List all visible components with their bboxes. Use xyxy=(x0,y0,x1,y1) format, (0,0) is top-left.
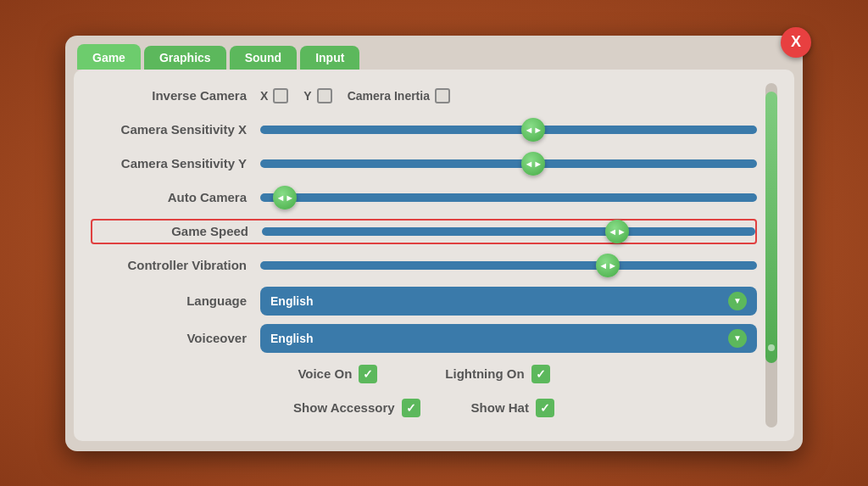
settings-window: X Game Graphics Sound Input Inverse Came… xyxy=(65,36,803,451)
voiceover-label: Voiceover xyxy=(91,331,260,345)
voice-on-checkbox[interactable]: ✓ xyxy=(359,365,377,383)
game-speed-label: Game Speed xyxy=(92,224,262,238)
slider-arrows-icon: ◄► xyxy=(598,260,617,271)
language-dropdown[interactable]: English ▼ xyxy=(260,287,757,316)
game-speed-slider[interactable]: ◄► xyxy=(262,226,755,237)
inverse-camera-x[interactable]: X xyxy=(260,88,288,103)
voice-on-label: Voice On xyxy=(298,366,352,381)
slider-arrows-icon: ◄► xyxy=(275,193,294,203)
tab-input[interactable]: Input xyxy=(300,46,359,70)
show-hat-item: Show Hat ✓ xyxy=(471,399,554,417)
inverse-camera-options: X Y Camera Inertia xyxy=(260,88,757,103)
slider-thumb[interactable]: ◄► xyxy=(605,220,629,243)
show-accessory-checkbox[interactable]: ✓ xyxy=(402,399,420,417)
auto-camera-slider[interactable]: ◄► xyxy=(260,192,757,204)
voiceover-value: English xyxy=(270,332,314,345)
inverse-camera-y-checkbox[interactable] xyxy=(317,88,332,103)
slider-thumb[interactable]: ◄► xyxy=(521,118,545,142)
main-content: Inverse Camera X Y Camera Inertia xyxy=(91,83,757,427)
language-label: Language xyxy=(91,293,260,308)
slider-track: ◄► xyxy=(260,193,757,202)
voiceover-dropdown[interactable]: English ▼ xyxy=(260,324,757,353)
camera-sensitivity-x-row: Camera Sensitivity X ◄► xyxy=(91,117,757,142)
dropdown-arrow-icon: ▼ xyxy=(728,292,747,310)
language-row: Language English ▼ xyxy=(91,287,757,316)
show-hat-checkbox[interactable]: ✓ xyxy=(536,399,554,417)
slider-thumb[interactable]: ◄► xyxy=(273,186,297,209)
slider-arrows-icon: ◄► xyxy=(524,125,542,135)
controller-vibration-slider[interactable]: ◄► xyxy=(260,260,757,271)
language-value: English xyxy=(270,294,314,308)
controller-vibration-row: Controller Vibration ◄► xyxy=(91,253,757,278)
tab-bar: Game Graphics Sound Input xyxy=(65,36,803,70)
camera-sensitivity-x-slider[interactable]: ◄► xyxy=(260,124,757,136)
show-accessory-item: Show Accessory ✓ xyxy=(293,399,420,417)
slider-thumb[interactable]: ◄► xyxy=(596,254,620,277)
camera-sensitivity-y-label: Camera Sensitivity Y xyxy=(91,156,260,170)
game-speed-row: Game Speed ◄► xyxy=(91,219,757,244)
camera-sensitivity-y-slider[interactable]: ◄► xyxy=(260,158,757,170)
slider-arrows-icon: ◄► xyxy=(608,226,626,237)
camera-sensitivity-x-label: Camera Sensitivity X xyxy=(91,122,260,137)
camera-sensitivity-y-row: Camera Sensitivity Y ◄► xyxy=(91,151,757,176)
slider-track: ◄► xyxy=(260,126,757,134)
lightning-on-checkbox[interactable]: ✓ xyxy=(531,365,550,383)
slider-thumb[interactable]: ◄► xyxy=(521,152,545,176)
tab-game[interactable]: Game xyxy=(77,44,141,70)
scrollbar-thumb[interactable] xyxy=(765,92,777,363)
auto-camera-label: Auto Camera xyxy=(91,190,260,204)
lightning-on-label: Lightning On xyxy=(445,366,524,381)
camera-inertia[interactable]: Camera Inertia xyxy=(348,88,450,103)
show-accessory-label: Show Accessory xyxy=(293,400,395,415)
lightning-on-item: Lightning On ✓ xyxy=(445,365,549,383)
slider-track: ◄► xyxy=(260,159,757,168)
camera-inertia-checkbox[interactable] xyxy=(435,88,450,103)
close-button[interactable]: X xyxy=(781,27,811,58)
slider-track: ◄► xyxy=(260,261,757,270)
inverse-camera-label: Inverse Camera xyxy=(91,88,260,103)
inverse-camera-y[interactable]: Y xyxy=(303,88,331,103)
dropdown-arrow-icon: ▼ xyxy=(728,329,747,348)
controller-vibration-label: Controller Vibration xyxy=(91,258,260,272)
slider-arrows-icon: ◄► xyxy=(524,159,542,169)
scrollbar-track[interactable] xyxy=(765,83,777,427)
content-area: Inverse Camera X Y Camera Inertia xyxy=(74,70,794,441)
tab-sound[interactable]: Sound xyxy=(230,46,298,70)
auto-camera-row: Auto Camera ◄► xyxy=(91,185,757,210)
show-hat-label: Show Hat xyxy=(471,400,529,415)
inverse-camera-row: Inverse Camera X Y Camera Inertia xyxy=(91,83,757,109)
accessory-hat-row: Show Accessory ✓ Show Hat ✓ xyxy=(91,395,757,421)
tab-graphics[interactable]: Graphics xyxy=(144,46,226,70)
voice-on-item: Voice On ✓ xyxy=(298,365,377,383)
slider-track: ◄► xyxy=(262,227,755,236)
scrollbar-dot xyxy=(768,344,775,351)
voice-lightning-row: Voice On ✓ Lightning On ✓ xyxy=(91,361,757,387)
inverse-camera-x-checkbox[interactable] xyxy=(273,88,288,103)
voiceover-row: Voiceover English ▼ xyxy=(91,324,757,353)
